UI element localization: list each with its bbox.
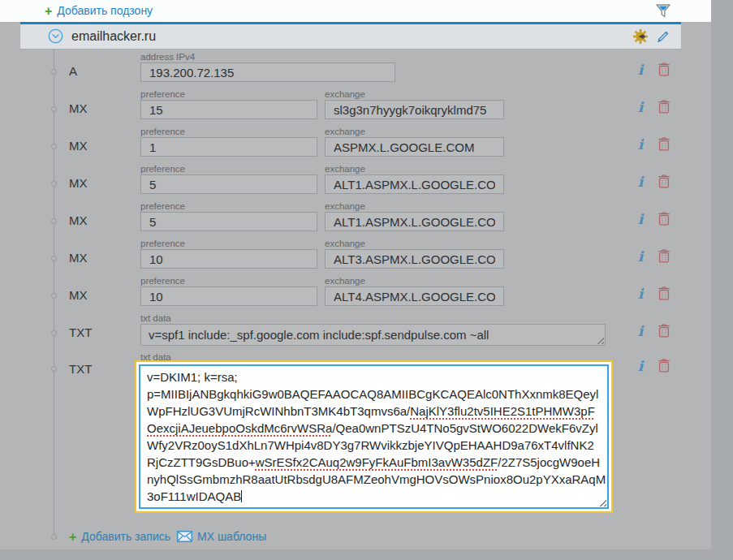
tree-node: [51, 106, 57, 112]
field-label: exchange: [325, 89, 365, 99]
info-icon[interactable]: i: [635, 174, 646, 189]
content-container: +Добавить подзону emailhacker.ru: [0, 0, 711, 549]
tree-node: [51, 218, 57, 224]
txt-data-textarea-focused[interactable]: v=DKIM1; k=rsa;p=MIIBIjANBgkqhkiG9w0BAQE…: [139, 364, 609, 509]
preference-input[interactable]: [140, 174, 317, 194]
highlight-box: v=DKIM1; k=rsa;p=MIIBIjANBgkqhkiG9w0BAQE…: [135, 360, 613, 513]
field-label: exchange: [325, 276, 365, 286]
resize-grip[interactable]: [596, 336, 604, 344]
preference-input[interactable]: [140, 286, 317, 306]
exchange-input[interactable]: [325, 249, 504, 269]
record-type-label: MX: [69, 176, 88, 190]
textarea-line: OexcjiAJeuebpoOskdMc6rvWSRa/Qea0wnPTSzU4…: [147, 420, 601, 437]
add-record-button[interactable]: +Добавить запись: [69, 530, 170, 545]
exchange-input[interactable]: [325, 137, 504, 157]
tree-node: [51, 534, 57, 540]
dns-record-row-mx: MXpreferenceexchangei: [20, 89, 681, 127]
zone-body: Aaddress IPv4i MXpreferenceexchangei MXp…: [20, 50, 681, 549]
tree-node: [51, 69, 57, 75]
dns-record-row-txt: TXTtxt datav=DKIM1; k=rsa;p=MIIBIjANBgkq…: [20, 352, 681, 513]
dns-record-row-mx: MXpreferenceexchangei: [20, 164, 681, 201]
info-icon[interactable]: i: [635, 137, 646, 152]
field-label: preference: [140, 127, 185, 136]
dns-record-row-mx: MXpreferenceexchangei: [20, 201, 681, 239]
info-icon[interactable]: i: [635, 324, 646, 338]
dns-record-row-mx: MXpreferenceexchangei: [20, 127, 681, 164]
tree-node: [51, 330, 57, 336]
trash-icon[interactable]: [658, 248, 670, 263]
trash-icon[interactable]: [658, 99, 670, 114]
zone-header: emailhacker.ru: [20, 22, 681, 50]
exchange-input[interactable]: [325, 212, 504, 231]
toolbar: +Добавить подзону: [0, 0, 711, 22]
textarea-line: 3oF111wIDAQAB: [147, 488, 601, 505]
add-subzone-button[interactable]: +Добавить подзону: [45, 4, 153, 19]
preference-input[interactable]: [140, 249, 317, 269]
exchange-input[interactable]: [325, 174, 504, 194]
textarea-line: nyhQlSsGmbmzhR8aatUtRbsdgU8AFMZeohVmgHOV…: [147, 471, 601, 488]
textarea-line: Wfy2VRz0oyS1dXhLn7WHpi4v8DY3g7RWvikkzbje…: [147, 437, 601, 454]
field-label: exchange: [325, 239, 365, 248]
info-icon[interactable]: i: [635, 100, 646, 114]
misspelled-segment: NajKlY3flu2tv5IHE2S1tPHMW3pF: [410, 404, 595, 418]
dns-record-row-mx: MXpreferenceexchangei: [20, 276, 681, 313]
dns-record-row-mx: MXpreferenceexchangei: [20, 239, 681, 276]
txt-data-textarea[interactable]: v=spf1 include:_spf.google.com include:s…: [140, 324, 606, 346]
dns-record-row-a: Aaddress IPv4i: [20, 52, 681, 89]
tree-node: [51, 144, 57, 149]
plus-icon: +: [45, 4, 52, 18]
trash-icon[interactable]: [658, 136, 670, 151]
mx-templates-label: MX шаблоны: [197, 530, 266, 543]
mx-templates-button[interactable]: MX шаблоны: [177, 530, 266, 545]
record-type-label: MX: [69, 101, 88, 115]
trash-icon[interactable]: [658, 174, 670, 188]
record-type-label: A: [69, 64, 77, 78]
tree-node: [51, 256, 57, 261]
misspelled-segment: wSrESfx2CAuq2w9FyFkAuFbmI3avW35dZF: [256, 455, 498, 469]
field-label: preference: [140, 201, 185, 211]
field-label: exchange: [325, 164, 365, 174]
field-label: preference: [140, 239, 185, 248]
info-icon[interactable]: i: [635, 212, 646, 226]
preference-input[interactable]: [140, 100, 317, 119]
record-type-label: TXT: [69, 325, 92, 339]
info-icon[interactable]: i: [635, 249, 646, 264]
envelope-icon: [177, 531, 192, 545]
trash-icon[interactable]: [658, 211, 670, 226]
field-label: txt data: [140, 313, 171, 323]
tree-node: [51, 181, 57, 187]
tree-node: [51, 366, 57, 372]
info-icon[interactable]: i: [635, 359, 646, 373]
txt-data-value: v=spf1 include:_spf.google.com include:s…: [149, 328, 489, 342]
field-label: exchange: [325, 127, 365, 136]
textarea-line: WpFHzlUG3VUmjRcWINhbnT3MK4bT3qmvs6a/NajK…: [147, 403, 601, 420]
trash-icon[interactable]: [658, 323, 670, 338]
trash-icon[interactable]: [658, 62, 670, 76]
field-label: preference: [140, 89, 185, 99]
record-type-label: MX: [69, 213, 88, 227]
textarea-line: p=MIIBIjANBgkqhkiG9w0BAQEFAAOCAQ8AMIIBCg…: [147, 386, 601, 403]
info-icon[interactable]: i: [635, 62, 646, 77]
field-label: address IPv4: [140, 52, 195, 62]
exchange-input[interactable]: [325, 286, 504, 306]
preference-input[interactable]: [140, 137, 317, 157]
tree-node: [51, 293, 57, 299]
trash-icon[interactable]: [658, 358, 670, 373]
chevron-down-icon[interactable]: [48, 28, 63, 44]
field-label: preference: [140, 276, 185, 286]
filter-icon[interactable]: [654, 2, 672, 20]
address-ipv4-input[interactable]: [140, 62, 395, 82]
zone-footer: +Добавить запись MX шаблоны: [20, 529, 681, 547]
field-label: preference: [140, 164, 185, 174]
textarea-line: v=DKIM1; k=rsa;: [147, 368, 601, 386]
info-icon[interactable]: i: [635, 286, 646, 301]
preference-input[interactable]: [140, 212, 317, 231]
add-subzone-label: Добавить подзону: [57, 4, 153, 17]
textarea-line: RjCzZTT9GsDBuo+wSrESfx2CAuq2w9FyFkAuFbmI…: [147, 454, 601, 471]
trash-icon[interactable]: [658, 286, 670, 300]
plus-icon: +: [69, 530, 76, 544]
gear-icon[interactable]: [632, 28, 649, 45]
exchange-input[interactable]: [325, 100, 504, 119]
record-type-label: TXT: [69, 362, 92, 376]
pencil-icon[interactable]: [655, 28, 671, 45]
